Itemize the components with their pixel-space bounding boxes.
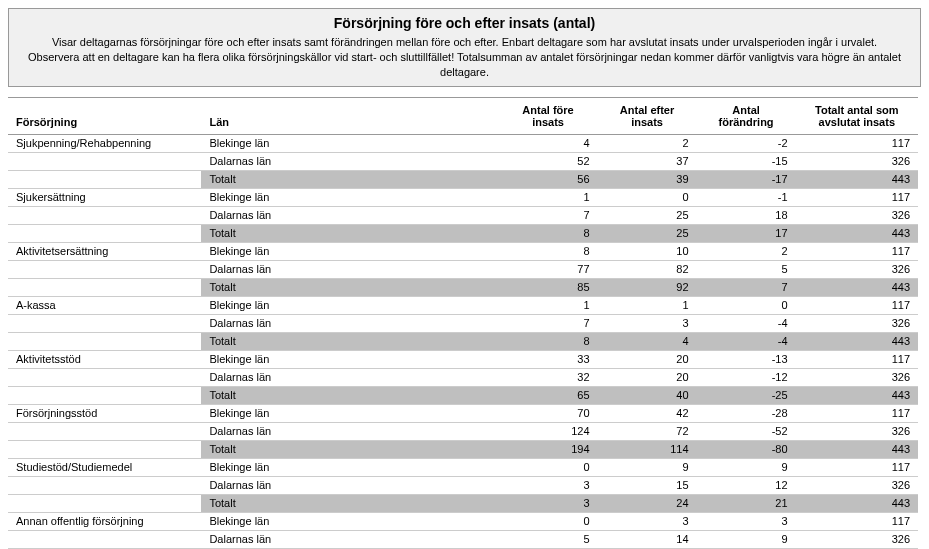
value-cell: 32	[499, 368, 598, 386]
table-row: AktivitetsersättningBlekinge län8102117	[8, 242, 918, 260]
category-cell	[8, 260, 201, 278]
total-value-cell: 8	[499, 332, 598, 350]
total-value-cell: 443	[796, 440, 918, 458]
total-value-cell: 25	[598, 224, 697, 242]
category-cell	[8, 332, 201, 350]
col-before: Antal före insats	[499, 97, 598, 134]
lan-cell: Dalarnas län	[201, 476, 498, 494]
category-cell	[8, 314, 201, 332]
table-row: Dalarnas län5237-15326	[8, 152, 918, 170]
value-cell: -52	[697, 422, 796, 440]
category-cell	[8, 530, 201, 548]
total-value-cell: 443	[796, 332, 918, 350]
category-cell	[8, 368, 201, 386]
table-row: Dalarnas län73-4326	[8, 314, 918, 332]
category-cell	[8, 206, 201, 224]
total-value-cell: 21	[697, 494, 796, 512]
lan-cell: Dalarnas län	[201, 206, 498, 224]
value-cell: 33	[499, 350, 598, 368]
value-cell: 326	[796, 530, 918, 548]
category-cell	[8, 152, 201, 170]
category-cell: Aktivitetsersättning	[8, 242, 201, 260]
table-row: Dalarnas län5149326	[8, 530, 918, 548]
value-cell: 2	[598, 134, 697, 152]
total-value-cell: -80	[697, 440, 796, 458]
value-cell: 0	[499, 512, 598, 530]
category-cell: A-kassa	[8, 296, 201, 314]
category-cell	[8, 386, 201, 404]
value-cell: 3	[499, 476, 598, 494]
value-cell: -28	[697, 404, 796, 422]
table-header-row: Försörjning Län Antal före insats Antal …	[8, 97, 918, 134]
col-lan: Län	[201, 97, 498, 134]
total-value-cell: 443	[796, 278, 918, 296]
value-cell: 4	[499, 134, 598, 152]
lan-cell: Blekinge län	[201, 350, 498, 368]
total-value-cell: 114	[598, 440, 697, 458]
total-label-cell: Totalt	[201, 170, 498, 188]
value-cell: 117	[796, 458, 918, 476]
table-row: SjukersättningBlekinge län10-1117	[8, 188, 918, 206]
lan-cell: Blekinge län	[201, 404, 498, 422]
category-cell: Sjukpenning/Rehabpenning	[8, 134, 201, 152]
lan-cell: Blekinge län	[201, 458, 498, 476]
value-cell: 2	[697, 242, 796, 260]
total-value-cell: 40	[598, 386, 697, 404]
value-cell: 0	[499, 458, 598, 476]
lan-cell: Blekinge län	[201, 188, 498, 206]
value-cell: -15	[697, 152, 796, 170]
value-cell: 3	[598, 314, 697, 332]
value-cell: 326	[796, 368, 918, 386]
table-row: Dalarnas län31512326	[8, 476, 918, 494]
total-value-cell: 56	[499, 170, 598, 188]
category-cell: Annan offentlig försörjning	[8, 512, 201, 530]
total-label-cell: Totalt	[201, 332, 498, 350]
value-cell: 3	[697, 512, 796, 530]
value-cell: 326	[796, 152, 918, 170]
table-row: Annan offentlig försörjningBlekinge län0…	[8, 512, 918, 530]
value-cell: 0	[598, 188, 697, 206]
total-value-cell: 17	[697, 224, 796, 242]
category-cell: Studiestöd/Studiemedel	[8, 458, 201, 476]
total-value-cell: 194	[499, 440, 598, 458]
total-value-cell: 24	[598, 494, 697, 512]
value-cell: 326	[796, 422, 918, 440]
lan-cell: Dalarnas län	[201, 152, 498, 170]
total-value-cell: -4	[697, 332, 796, 350]
value-cell: 15	[598, 476, 697, 494]
value-cell: 37	[598, 152, 697, 170]
value-cell: 82	[598, 260, 697, 278]
value-cell: 20	[598, 368, 697, 386]
value-cell: 9	[598, 458, 697, 476]
value-cell: 1	[499, 188, 598, 206]
value-cell: 52	[499, 152, 598, 170]
value-cell: 3	[598, 512, 697, 530]
total-value-cell: 4	[598, 332, 697, 350]
table-row: Dalarnas län12472-52326	[8, 422, 918, 440]
total-row: Totalt84-4443	[8, 332, 918, 350]
total-value-cell: 7	[697, 278, 796, 296]
value-cell: 5	[499, 530, 598, 548]
value-cell: 1	[499, 296, 598, 314]
total-label-cell: Totalt	[201, 386, 498, 404]
value-cell: 117	[796, 242, 918, 260]
report-subtitle-2: Observera att en deltagare kan ha flera …	[17, 50, 912, 80]
table-row: Dalarnas län3220-12326	[8, 368, 918, 386]
value-cell: 117	[796, 188, 918, 206]
category-cell	[8, 476, 201, 494]
value-cell: 18	[697, 206, 796, 224]
category-cell	[8, 422, 201, 440]
lan-cell: Dalarnas län	[201, 368, 498, 386]
value-cell: 70	[499, 404, 598, 422]
table-row: Sjukpenning/RehabpenningBlekinge län42-2…	[8, 134, 918, 152]
total-value-cell: 92	[598, 278, 697, 296]
total-label-cell: Totalt	[201, 278, 498, 296]
total-row: Totalt194114-80443	[8, 440, 918, 458]
value-cell: 5	[697, 260, 796, 278]
total-value-cell: 443	[796, 170, 918, 188]
value-cell: 9	[697, 530, 796, 548]
value-cell: 117	[796, 512, 918, 530]
value-cell: -13	[697, 350, 796, 368]
value-cell: 14	[598, 530, 697, 548]
value-cell: 326	[796, 314, 918, 332]
